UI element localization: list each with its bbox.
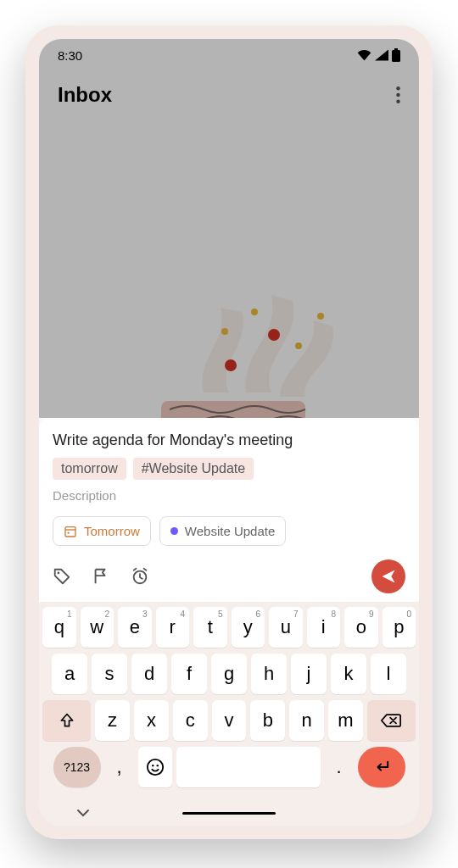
key-q[interactable]: q1 [42, 607, 76, 648]
key-shift[interactable] [42, 700, 91, 741]
home-indicator[interactable] [182, 812, 276, 815]
phone-frame: 8:30 Inbox [25, 25, 433, 839]
key-row-3: z x c v b n m [42, 700, 416, 741]
key-p[interactable]: p0 [383, 607, 416, 648]
key-f[interactable]: f [171, 654, 207, 694]
key-symbols[interactable]: ?123 [53, 747, 101, 787]
submit-button[interactable] [371, 559, 405, 593]
due-date-pill[interactable]: Tomorrow [53, 516, 151, 546]
emoji-icon [146, 758, 165, 776]
key-b[interactable]: b [250, 700, 285, 741]
key-l[interactable]: l [371, 654, 406, 694]
key-t[interactable]: t5 [193, 607, 227, 648]
add-task-sheet: Write agenda for Monday's meeting tomorr… [39, 418, 419, 602]
flag-icon[interactable] [92, 567, 110, 586]
key-comma[interactable]: , [105, 747, 134, 787]
svg-point-15 [58, 572, 60, 575]
send-icon [380, 568, 397, 585]
project-color-dot [170, 527, 178, 535]
project-pill[interactable]: Website Update [159, 516, 286, 546]
key-row-2: a s d f g h j k l [42, 654, 416, 694]
key-c[interactable]: c [173, 700, 208, 741]
key-z[interactable]: z [95, 700, 130, 741]
keyboard: q1 w2 e3 r4 t5 y6 u7 i8 o9 p0 a s d f g … [39, 602, 419, 800]
key-y[interactable]: y6 [232, 607, 265, 648]
shift-icon [59, 712, 75, 729]
action-row [53, 559, 405, 593]
backspace-icon [381, 712, 401, 729]
alarm-icon[interactable] [131, 567, 149, 586]
key-v[interactable]: v [212, 700, 247, 741]
key-enter[interactable] [358, 747, 405, 787]
key-k[interactable]: k [331, 654, 366, 694]
key-s[interactable]: s [92, 654, 127, 694]
svg-point-17 [147, 760, 162, 775]
key-row-1: q1 w2 e3 r4 t5 y6 u7 i8 o9 p0 [42, 607, 416, 648]
svg-rect-12 [65, 526, 75, 536]
key-d[interactable]: d [131, 654, 167, 694]
option-pills: Tomorrow Website Update [53, 516, 405, 546]
description-input[interactable]: Description [53, 488, 405, 503]
svg-point-18 [152, 765, 154, 766]
svg-rect-14 [68, 531, 70, 533]
background-inbox: 8:30 Inbox [39, 39, 419, 418]
project-label: Website Update [185, 524, 275, 538]
key-u[interactable]: u7 [269, 607, 303, 648]
modal-scrim[interactable] [39, 39, 419, 418]
key-space[interactable] [176, 747, 321, 787]
keyboard-collapse-icon[interactable] [76, 809, 90, 817]
key-emoji[interactable] [138, 747, 172, 787]
nav-bar [39, 800, 419, 826]
key-j[interactable]: j [291, 654, 327, 694]
key-period[interactable]: . [325, 747, 354, 787]
key-m[interactable]: m [328, 700, 363, 741]
due-date-label: Tomorrow [84, 524, 140, 538]
svg-point-19 [156, 765, 158, 766]
key-e[interactable]: e3 [118, 607, 152, 648]
parsed-chips: tomorrow #Website Update [53, 458, 405, 480]
screen: 8:30 Inbox [39, 39, 419, 826]
key-x[interactable]: x [134, 700, 169, 741]
label-icon[interactable] [53, 567, 71, 586]
key-w[interactable]: w2 [81, 607, 114, 648]
key-g[interactable]: g [211, 654, 247, 694]
key-r[interactable]: r4 [156, 607, 190, 648]
key-row-4: ?123 , . [42, 747, 416, 787]
key-a[interactable]: a [52, 654, 87, 694]
key-h[interactable]: h [251, 654, 287, 694]
key-n[interactable]: n [289, 700, 324, 741]
enter-icon [372, 760, 391, 775]
key-backspace[interactable] [367, 700, 416, 741]
chip-date[interactable]: tomorrow [53, 458, 126, 480]
chip-project[interactable]: #Website Update [133, 458, 254, 480]
key-o[interactable]: o9 [344, 607, 378, 648]
key-i[interactable]: i8 [307, 607, 341, 648]
calendar-icon [64, 525, 77, 538]
secondary-actions [53, 567, 149, 586]
task-title-input[interactable]: Write agenda for Monday's meeting [53, 431, 405, 449]
